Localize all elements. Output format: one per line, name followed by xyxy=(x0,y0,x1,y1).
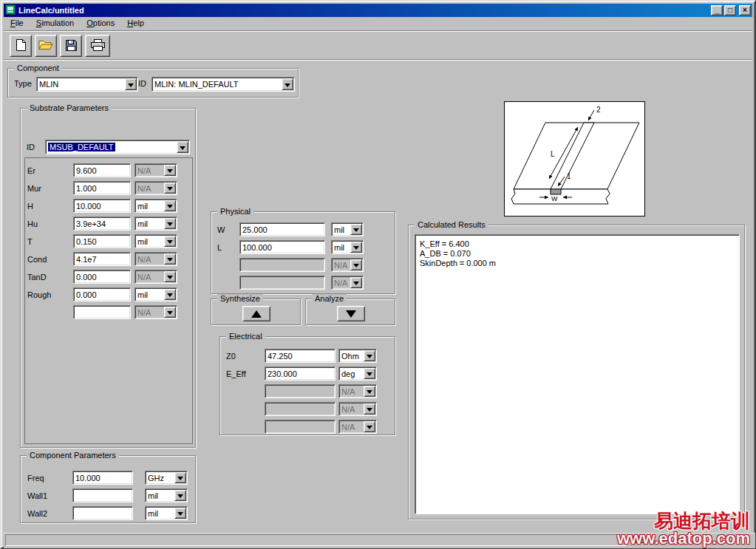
param-input[interactable] xyxy=(265,349,336,363)
unit-dropdown[interactable]: mil xyxy=(145,488,188,502)
open-file-button[interactable] xyxy=(35,35,57,57)
menubar: File Simulation Options Help xyxy=(4,17,752,30)
component-id-dropdown[interactable]: MLIN: MLIN_DEFAULT xyxy=(151,77,295,92)
parameter-row: T mil xyxy=(27,234,177,248)
open-file-icon xyxy=(38,39,53,52)
chevron-down-icon[interactable] xyxy=(177,141,188,153)
save-file-button[interactable] xyxy=(60,35,82,57)
param-label: Er xyxy=(27,166,73,175)
param-input[interactable] xyxy=(73,270,131,284)
port1-label: 1 xyxy=(567,172,571,180)
unit-dropdown[interactable]: mil xyxy=(331,222,364,236)
chevron-down-icon xyxy=(164,271,176,282)
unit-dropdown[interactable]: Ohm xyxy=(338,349,377,363)
chevron-down-icon xyxy=(164,253,176,265)
param-input[interactable] xyxy=(73,181,131,195)
menu-simulation[interactable]: Simulation xyxy=(31,17,79,30)
electrical-rows: Z0 Ohm E_Eff deg N/A N/A xyxy=(226,349,377,434)
parameter-row: L mil xyxy=(217,240,364,254)
microstrip-diagram-panel: 2 L 1 W xyxy=(504,101,645,216)
chevron-down-icon[interactable] xyxy=(350,224,362,235)
parameter-row: Wall2 mil xyxy=(27,506,188,520)
close-button[interactable]: × xyxy=(739,5,751,16)
type-label: Type xyxy=(14,79,32,88)
chevron-down-icon[interactable] xyxy=(350,242,362,253)
substrate-id-dropdown[interactable]: MSUB_DEFAULT xyxy=(45,140,190,154)
chevron-down-icon[interactable] xyxy=(282,78,293,90)
menu-options[interactable]: Options xyxy=(81,17,120,30)
chevron-down-icon[interactable] xyxy=(164,236,176,247)
chevron-down-icon xyxy=(164,165,176,176)
substrate-id-label: ID xyxy=(27,143,35,151)
param-input[interactable] xyxy=(73,216,131,231)
param-input[interactable] xyxy=(265,366,336,381)
param-input[interactable] xyxy=(239,240,325,254)
param-input[interactable] xyxy=(73,199,131,213)
menu-file[interactable]: File xyxy=(5,17,29,30)
parameter-row: E_Eff deg xyxy=(226,366,377,381)
param-input[interactable] xyxy=(73,287,131,301)
group-legend: Physical xyxy=(217,207,253,216)
param-input xyxy=(239,258,325,272)
param-label: Z0 xyxy=(226,352,265,361)
group-legend: Analyze xyxy=(312,294,347,304)
param-label: E_Eff xyxy=(226,369,265,378)
chevron-down-icon xyxy=(164,183,176,194)
param-input[interactable] xyxy=(73,234,131,248)
param-label: L xyxy=(217,243,239,252)
param-label: Mur xyxy=(27,184,73,193)
param-label: Rough xyxy=(27,290,73,299)
chevron-down-icon[interactable] xyxy=(164,218,176,229)
chevron-down-icon[interactable] xyxy=(174,472,186,483)
param-input[interactable] xyxy=(72,471,133,485)
component-type-dropdown[interactable]: MLIN xyxy=(36,77,138,92)
parameter-row: N/A xyxy=(27,305,177,319)
linecalc-window: LineCalc/untitled _ □ × File Simulation … xyxy=(0,0,756,549)
chevron-down-icon[interactable] xyxy=(164,200,176,211)
parameter-row: N/A xyxy=(217,276,364,290)
parameter-row: Wall1 mil xyxy=(27,488,188,502)
chevron-down-icon[interactable] xyxy=(364,350,375,361)
separator xyxy=(4,59,752,61)
analyze-button[interactable] xyxy=(337,306,365,321)
parameter-row: W mil xyxy=(217,222,364,236)
chevron-down-icon[interactable] xyxy=(125,78,137,90)
calculated-results-group: Calculated Results K_Eff = 6.400 A_DB = … xyxy=(408,225,745,519)
param-input xyxy=(265,402,336,416)
unit-dropdown[interactable]: deg xyxy=(338,366,377,381)
unit-dropdown[interactable]: mil xyxy=(134,234,177,248)
unit-dropdown: N/A xyxy=(134,163,177,177)
unit-dropdown[interactable]: mil xyxy=(134,216,177,231)
synthesize-button[interactable] xyxy=(242,306,270,321)
minimize-button[interactable]: _ xyxy=(711,5,723,16)
unit-dropdown[interactable]: GHz xyxy=(145,471,188,485)
menu-help[interactable]: Help xyxy=(122,17,149,30)
result-line: A_DB = 0.070 xyxy=(420,249,735,259)
chevron-down-icon[interactable] xyxy=(174,490,186,501)
selected-text: MSUB_DEFAULT xyxy=(48,143,115,151)
chevron-down-icon[interactable] xyxy=(164,289,176,300)
unit-dropdown[interactable]: mil xyxy=(134,287,177,301)
param-input[interactable] xyxy=(72,488,133,502)
param-input[interactable] xyxy=(239,222,325,236)
param-input[interactable] xyxy=(73,252,131,266)
unit-dropdown: N/A xyxy=(134,305,177,319)
unit-dropdown: N/A xyxy=(134,181,177,195)
parameter-row: TanD N/A xyxy=(27,270,177,284)
unit-dropdown[interactable]: mil xyxy=(145,506,188,520)
unit-dropdown[interactable]: mil xyxy=(134,199,177,213)
chevron-down-icon[interactable] xyxy=(364,368,375,379)
chevron-down-icon[interactable] xyxy=(174,508,186,519)
group-legend: Calculated Results xyxy=(415,220,488,230)
status-message-tray xyxy=(5,534,626,546)
maximize-button[interactable]: □ xyxy=(724,5,736,16)
param-input[interactable] xyxy=(73,163,131,177)
unit-dropdown[interactable]: mil xyxy=(331,240,364,254)
param-input[interactable] xyxy=(73,305,131,319)
unit-dropdown: N/A xyxy=(331,276,364,290)
param-input[interactable] xyxy=(72,506,133,520)
print-button[interactable] xyxy=(85,35,110,57)
param-input xyxy=(265,420,336,434)
new-document-button[interactable] xyxy=(10,35,32,57)
statusbar: ⌨ (?) xyxy=(4,533,755,548)
